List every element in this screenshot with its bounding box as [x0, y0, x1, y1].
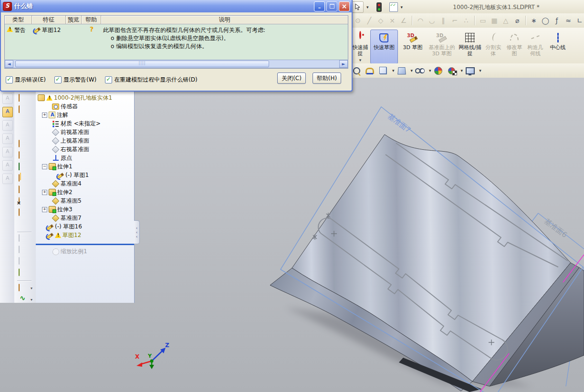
show-warnings-checkbox[interactable]: 显示警告(W)	[54, 76, 96, 84]
tree-item-scale[interactable]: 缩放比例1	[46, 247, 87, 256]
tree-item-sketch16[interactable]: (-) 草图16	[46, 222, 82, 231]
grid-tool-icon[interactable]: ▦	[490, 16, 499, 25]
edit-appearance-icon[interactable]	[433, 65, 444, 76]
measure-tool-icon[interactable]: ⌀	[512, 16, 522, 25]
view-settings-dropdown-icon[interactable]: ▾	[479, 68, 481, 73]
help-button[interactable]: 帮助(H)	[313, 72, 341, 84]
star-feature-icon[interactable]	[19, 129, 30, 137]
select-dropdown-icon[interactable]: ▾	[366, 5, 369, 10]
quick-snaps-dropdown-icon[interactable]: ▾	[359, 57, 362, 63]
display-style-icon[interactable]	[415, 65, 425, 76]
annotation-note-icon[interactable]	[2, 107, 13, 117]
circle-tool-icon[interactable]: ⊙	[353, 16, 363, 25]
rollback-bar[interactable]	[36, 244, 134, 245]
sweep-feature-icon[interactable]	[19, 106, 30, 114]
collapse-icon[interactable]: −	[42, 164, 47, 169]
expand-icon[interactable]: +	[42, 207, 47, 212]
section-view-icon[interactable]	[365, 65, 375, 76]
apply-scene-dropdown-icon[interactable]: ▾	[461, 68, 463, 73]
close-button[interactable]: 关闭(C)	[277, 72, 306, 84]
design-checker-icon[interactable]	[389, 2, 398, 12]
parallel-tool-icon[interactable]: ∥	[438, 16, 448, 25]
help-question-icon[interactable]: ?	[90, 26, 94, 32]
tree-item-right-plane[interactable]: 右视基准面	[46, 145, 89, 154]
cmd-rapid-sketch[interactable]: 快速草图	[370, 30, 398, 64]
helix-feature-icon[interactable]	[19, 163, 30, 172]
cmd-3d-sketch[interactable]: 3D 草图	[399, 30, 427, 64]
column-type[interactable]: 类型	[5, 16, 32, 24]
tree-item-plane7[interactable]: 基准面7	[46, 214, 82, 222]
corner-tool-icon[interactable]: ⌐	[450, 16, 459, 25]
corner-rectangle-icon[interactable]: ∟	[575, 16, 584, 25]
column-help[interactable]: 帮助	[82, 16, 101, 24]
tree-item-sensors[interactable]: 传感器	[46, 102, 78, 111]
zoom-to-fit-icon[interactable]	[351, 65, 362, 76]
curves-dropdown-icon[interactable]: ▾	[31, 298, 32, 302]
reference-geometry-icon[interactable]	[19, 284, 30, 293]
view-orientation-dropdown-icon[interactable]: ▾	[411, 68, 413, 73]
tree-item-part-root[interactable]: 1000-2闸孔地板实体1	[38, 93, 112, 102]
circle-entity-icon[interactable]: ◯	[541, 16, 550, 25]
shell-feature-icon[interactable]	[19, 220, 30, 229]
delete-body-icon[interactable]	[19, 197, 30, 206]
angle-tool-icon[interactable]: ∠	[399, 16, 408, 25]
cmd-grid-snap[interactable]: 网格线/捕捉	[457, 30, 483, 64]
tree-item-top-plane[interactable]: 上视基准面	[46, 136, 89, 145]
display-style-dropdown-icon[interactable]: ▾	[429, 68, 431, 73]
previous-view-icon[interactable]	[378, 65, 388, 76]
spline-tool-icon[interactable]: ƒ	[552, 16, 562, 25]
tree-item-front-plane[interactable]: 前视基准面	[46, 128, 89, 136]
plane-feature-icon[interactable]	[19, 140, 30, 149]
minimize-button[interactable]	[314, 1, 325, 11]
arc-tool-icon[interactable]: ◠	[416, 16, 425, 25]
tree-item-sketch12[interactable]: 草图12	[46, 231, 81, 239]
dome-feature-icon[interactable]	[19, 94, 30, 103]
cmd-centerline[interactable]: 中心线	[547, 30, 569, 64]
wrap-feature-icon[interactable]	[19, 269, 30, 278]
design-checker-dropdown-icon[interactable]: ▾	[401, 5, 403, 10]
tree-item-annotations[interactable]: + 注解	[42, 111, 68, 119]
solid-body-icon[interactable]	[19, 209, 30, 217]
checkbox-checked-icon[interactable]	[6, 76, 13, 83]
wave-tool-icon[interactable]: ≈	[563, 16, 573, 25]
panel-splitter-handle[interactable]: ‹‹‹	[134, 220, 140, 244]
dialog-titlebar[interactable]: 什么错	[1, 0, 352, 12]
triangle-tool-icon[interactable]: △	[501, 16, 511, 25]
tree-item-plane4[interactable]: 基准面4	[46, 179, 82, 188]
rectangle-tool-icon[interactable]: ▭	[478, 16, 488, 25]
view-orientation-icon[interactable]	[396, 65, 407, 76]
tree-item-sketch1[interactable]: (-) 草图1	[57, 171, 89, 179]
smart-dimension-icon[interactable]: ∗	[529, 16, 539, 25]
expand-icon[interactable]: +	[42, 190, 47, 195]
cmd-quick-snaps[interactable]: 快速捕捉 ▾	[351, 30, 369, 64]
tangent-arc-tool-icon[interactable]: ◡	[427, 16, 437, 25]
tree-item-extrude3[interactable]: + 拉伸3	[42, 205, 73, 214]
scroll-right-icon[interactable]: ►	[339, 60, 348, 68]
tree-item-plane5[interactable]: 基准面5	[46, 196, 82, 205]
curves-icon[interactable]	[19, 296, 30, 304]
select-tool-icon[interactable]	[352, 1, 364, 13]
reference-geometry-dropdown-icon[interactable]: ▾	[31, 286, 32, 290]
column-preview[interactable]: 预览	[66, 16, 82, 24]
checkbox-checked-icon[interactable]	[105, 76, 112, 83]
maximize-button[interactable]	[326, 1, 337, 11]
view-settings-icon[interactable]	[465, 65, 475, 76]
column-feature[interactable]: 特征	[32, 16, 66, 24]
scrollbar-thumb[interactable]	[15, 61, 269, 67]
elbow-feature-icon[interactable]	[19, 186, 30, 195]
close-icon[interactable]	[339, 1, 350, 11]
expand-icon[interactable]: +	[42, 113, 47, 118]
error-row[interactable]: 警告 草图12 ? 此草图包含至不再存在的模型几何体的尺寸或几何关系。可考虑: …	[5, 24, 348, 51]
previous-view-dropdown-icon[interactable]: ▾	[392, 68, 395, 73]
polygon-tool-icon[interactable]: ◇	[376, 16, 386, 25]
show-errors-checkbox[interactable]: 显示错误(E)	[6, 76, 46, 84]
tree-item-origin[interactable]: 原点	[46, 154, 72, 162]
rib-feature-icon[interactable]	[19, 152, 30, 160]
line-tool-icon[interactable]: ╱	[365, 16, 374, 25]
scroll-left-icon[interactable]: ◄	[5, 60, 13, 68]
point-tool-icon[interactable]: ∴	[461, 16, 471, 25]
tree-item-extrude1[interactable]: − 拉伸1	[42, 162, 73, 171]
tree-item-extrude2[interactable]: + 拉伸2	[42, 188, 73, 196]
show-on-rebuild-checkbox[interactable]: 在重建模型过程中显示什么错(D)	[105, 76, 198, 84]
rebuild-traffic-light-icon[interactable]	[376, 2, 382, 12]
